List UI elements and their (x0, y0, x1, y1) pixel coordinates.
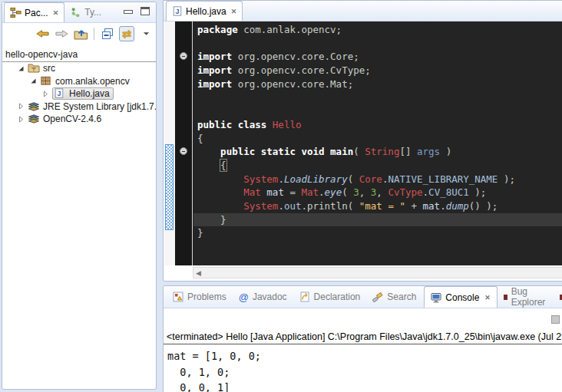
code-token: ( (342, 186, 353, 198)
tab-problems[interactable]: Problems (167, 286, 233, 308)
code-token: . (319, 186, 325, 198)
code-line[interactable] (193, 104, 562, 118)
code-line[interactable]: import org.opencv.core.CvType; (193, 64, 562, 77)
tab-declaration[interactable]: Declaration (293, 286, 367, 308)
console-output-line: mat = [1, 0, 0; (167, 348, 562, 364)
code-token: mat (266, 186, 284, 198)
code-token (197, 146, 220, 157)
scroll-left-icon[interactable]: ◀ (193, 269, 201, 277)
tree-item-label: hello-opencv-java (5, 49, 78, 60)
javadoc-icon: @ (239, 292, 249, 303)
close-icon[interactable]: ✕ (230, 8, 237, 15)
tree-item-jre[interactable]: JRE System Library [jdk1.7.0 (2, 100, 156, 114)
code-token: dump (446, 200, 469, 212)
console-toolbar-button[interactable] (551, 315, 560, 324)
code-line[interactable] (193, 91, 562, 104)
tab-label: Javadoc (253, 292, 287, 302)
code-line[interactable]: import org.opencv.core.Core; (193, 50, 562, 64)
expand-arrow-icon[interactable] (30, 77, 37, 84)
horizontal-scrollbar[interactable]: ◀ (193, 267, 562, 278)
code-token: LoadLibrary (284, 173, 348, 185)
code-line[interactable]: public static void main( String[] args ) (193, 145, 562, 159)
minimize-icon[interactable] (124, 10, 133, 14)
code-token: ( (348, 173, 359, 185)
code-line[interactable]: Mat mat = Mat.eye( 3, 3, CvType.CV_8UC1 … (193, 186, 562, 199)
go-into-icon[interactable] (73, 26, 88, 41)
tree-item-project[interactable]: hello-opencv-java (2, 48, 156, 62)
tree-item-com[interactable]: com.anlak.opencv (2, 75, 156, 88)
code-token: 3 (353, 186, 359, 198)
editor-tabbar: J Hello.java ✕ (164, 1, 562, 21)
tree-item-label: OpenCV-2.4.6 (43, 114, 101, 124)
collapse-all-icon[interactable] (100, 26, 115, 41)
tree-item-hello[interactable]: JHello.java (2, 87, 156, 100)
source-folder-icon (28, 62, 40, 74)
code-token: ) (440, 146, 451, 157)
collapse-arrow-icon[interactable] (18, 116, 25, 123)
tree-item-label: JRE System Library [jdk1.7.0 (43, 101, 156, 112)
tree-item-src[interactable]: src (2, 62, 156, 75)
close-icon[interactable]: ✕ (483, 294, 491, 301)
console-output-line: 0, 0, 1] (167, 380, 562, 392)
tab-hello-java[interactable]: J Hello.java ✕ (166, 1, 243, 21)
forward-arrow-icon[interactable] (54, 26, 69, 41)
code-token: { (220, 160, 226, 171)
annotation-ruler[interactable] (164, 21, 175, 265)
fold-collapse-icon[interactable] (180, 52, 187, 60)
code-token: org.opencv.core.CvType; (232, 64, 371, 76)
tab-bug-explorer[interactable]: Bug Explorer (498, 286, 554, 308)
search-icon (372, 292, 383, 302)
code-token: import (197, 64, 232, 76)
fold-gutter[interactable] (175, 21, 193, 265)
tab-label: Pac... (25, 8, 48, 18)
code-token: Core (359, 173, 382, 185)
code-line[interactable]: import org.opencv.core.Mat; (193, 77, 562, 91)
close-icon[interactable]: ✕ (51, 9, 59, 17)
tab-package-explorer[interactable]: Pac... ✕ (4, 2, 64, 22)
tree-item-label: com.anlak.opencv (55, 76, 130, 87)
tab-label: Ty... (84, 7, 101, 18)
code-line[interactable]: System.out.println( "mat = " + mat.dump(… (193, 199, 562, 213)
code-token: . (278, 173, 284, 185)
code-token: ( (353, 146, 365, 157)
fold-collapse-icon[interactable] (180, 147, 187, 155)
svg-text:J: J (58, 90, 61, 97)
tab-label: Hello.java (186, 6, 226, 17)
code-line[interactable]: package com.anlak.opencv; (193, 23, 562, 37)
code-line[interactable]: public class Hello (193, 118, 562, 132)
collapse-arrow-icon[interactable] (42, 91, 49, 97)
expand-arrow-icon[interactable] (18, 65, 25, 72)
code-token: Mat (243, 186, 261, 198)
tab-search[interactable]: Search (366, 286, 422, 308)
collapse-arrow-icon[interactable] (18, 103, 25, 110)
code-token: . (423, 186, 429, 198)
tab-javadoc[interactable]: @ Javadoc (233, 286, 293, 308)
code-line[interactable]: { (193, 159, 562, 173)
code-editor[interactable]: package com.anlak.opencv; import org.ope… (164, 21, 562, 265)
code-line[interactable]: } (193, 226, 562, 240)
bug-icon (560, 295, 562, 300)
tab-label: Bug Explorer (511, 286, 547, 308)
code-line[interactable] (193, 37, 562, 51)
code-lines[interactable]: package com.anlak.opencv; import org.ope… (193, 21, 562, 265)
code-token: String (365, 146, 399, 157)
svg-text:J: J (176, 8, 180, 15)
tab-bug[interactable]: Bug (554, 286, 562, 308)
tab-console[interactable]: Console ✕ (424, 286, 498, 308)
link-with-editor-icon[interactable]: ⇄ (119, 26, 134, 41)
console-status-line: <terminated> Hello [Java Application] C:… (164, 330, 562, 344)
tab-type-hierarchy[interactable]: Ty... (64, 2, 107, 22)
code-line[interactable]: } (193, 213, 562, 227)
tab-label: Console (445, 292, 479, 303)
view-menu-icon[interactable] (143, 31, 150, 36)
code-token: org.opencv.core.Mat; (232, 78, 353, 90)
tree-item-opencv-2[interactable]: OpenCV-2.4.6 (2, 113, 156, 126)
code-line[interactable]: System.LoadLibrary( Core.NATIVE_LIBRARY_… (193, 173, 562, 186)
maximize-icon[interactable] (140, 7, 150, 15)
code-token: [] (399, 146, 417, 157)
console-output[interactable]: mat = [1, 0, 0; 0, 1, 0; 0, 0, 1] (164, 345, 562, 392)
code-token: ); (498, 173, 515, 185)
back-arrow-icon[interactable] (35, 26, 50, 41)
code-line[interactable]: { (193, 132, 562, 146)
bug-icon (504, 295, 507, 300)
